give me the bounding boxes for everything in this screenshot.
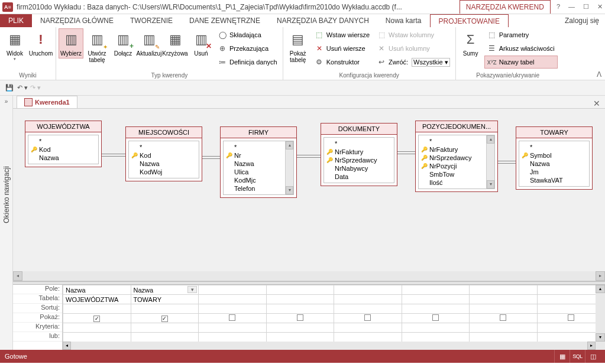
table-pozycje[interactable]: POZYCJEDOKUMEN... * 🔑NrFaktury 🔑NrSprzed…	[415, 121, 498, 192]
qbe-cell[interactable]: Nazwa	[63, 285, 131, 295]
save-button[interactable]: 💾	[4, 82, 15, 94]
qbe-cell[interactable]: WOJEWÓDZTWA	[63, 295, 131, 304]
qbe-cell[interactable]: TOWARY	[131, 295, 199, 304]
login-link[interactable]: Zaloguj się	[565, 14, 605, 27]
maketable-icon: ▥✦	[88, 30, 106, 49]
passthrough-button[interactable]: ⊕Przekazująca	[215, 42, 280, 55]
tab-close-button[interactable]: ✕	[588, 99, 605, 108]
show-checkbox[interactable]	[500, 314, 506, 321]
qbe-grid: Pole: Tabela: Sortuj: Pokaż: Kryteria: l…	[13, 285, 605, 350]
redo-button: ↷ ▾	[30, 82, 41, 94]
group-setup-label: Konfiguracja kwerendy	[286, 71, 453, 80]
nav-expand-icon[interactable]: »	[2, 96, 11, 107]
document-tabs: Kwerenda1 ✕	[13, 96, 605, 109]
propsheet-button[interactable]: ☰Arkusz właściwości	[484, 42, 558, 55]
delete-icon: ▥✕	[192, 30, 211, 49]
update-button[interactable]: ▥✎ Aktualizuj	[137, 28, 161, 58]
nav-pane-collapsed[interactable]: » Okienko nawigacji	[0, 96, 13, 350]
key-icon: 🔑	[326, 157, 332, 163]
builder-button[interactable]: ⚙Konstruktor	[312, 56, 373, 69]
ribbon-tabs: PLIK NARZĘDZIA GŁÓWNE TWORZENIE DANE ZEW…	[0, 14, 605, 27]
group-showhide-label: Pokazywanie/ukrywanie	[458, 71, 558, 80]
tab-home[interactable]: NARZĘDZIA GŁÓWNE	[32, 14, 122, 27]
table-dokumenty[interactable]: DOKUMENTY * 🔑NrFaktury 🔑NrSprzedawcy NrN…	[321, 123, 397, 186]
maximize-icon[interactable]: ☐	[583, 3, 589, 11]
show-checkbox[interactable]	[297, 314, 303, 321]
scrollbar[interactable]: ▴▾	[486, 135, 494, 188]
table-title: TOWARY	[516, 127, 592, 138]
show-checkbox[interactable]	[568, 314, 574, 321]
return-icon: ↩	[377, 57, 386, 67]
totals-button[interactable]: Σ Sumy	[458, 28, 483, 58]
append-button[interactable]: ▥+ Dołącz	[111, 28, 135, 58]
crosstab-button[interactable]: ▦ Krzyżowa	[163, 28, 187, 58]
key-icon: 🔑	[421, 163, 427, 169]
deleterows-button[interactable]: ✕Usuń wiersze	[312, 42, 373, 55]
show-checkbox[interactable]	[432, 314, 439, 321]
showtable-button[interactable]: ▤ Pokaż tabelę	[286, 28, 310, 65]
minimize-icon[interactable]: —	[568, 3, 575, 11]
tab-external[interactable]: DANE ZEWNĘTRZNE	[181, 14, 268, 27]
sigma-icon: Σ	[461, 30, 480, 49]
key-icon: 🔑	[522, 152, 528, 158]
parameters-button[interactable]: ⬚Parametry	[484, 28, 558, 41]
tablenames-button[interactable]: xʸzNazwy tabel	[484, 56, 558, 69]
view-datasheet-button[interactable]: ▦	[554, 350, 570, 363]
group-results-label: Wyniki	[2, 71, 53, 80]
builder-icon: ⚙	[315, 57, 324, 67]
showtable-icon: ▤	[289, 30, 308, 49]
tab-create[interactable]: TWORZENIE	[122, 14, 181, 27]
help-icon[interactable]: ?	[557, 3, 560, 11]
table-title: WOJEWÓDZTWA	[25, 121, 101, 132]
key-icon: 🔑	[31, 147, 37, 152]
tab-design[interactable]: PROJEKTOWANIE	[430, 14, 509, 27]
ribbon: ▦ Widok ▾ ! Uruchom Wyniki ▥ Wybierz ▥✦ …	[0, 27, 605, 80]
select-query-button[interactable]: ▥ Wybierz	[59, 28, 83, 58]
show-checkbox[interactable]	[364, 314, 371, 321]
select-query-icon: ▥	[62, 30, 80, 49]
table-title: MIEJSCOWOŚCI	[126, 127, 202, 138]
title-bar: A≡ firm2010do Wykładu : Baza danych- C:\…	[0, 0, 605, 14]
view-sql-button[interactable]: SQL	[570, 350, 585, 363]
nav-pane-label: Okienko nawigacji	[2, 166, 11, 223]
close-icon[interactable]: ✕	[597, 3, 603, 11]
qbe-table[interactable]: Nazwa Nazwa WOJEWÓDZTWA TOWARY ✓ ✓	[63, 285, 605, 342]
tab-new[interactable]: Nowa karta	[377, 14, 430, 27]
qbe-cell-selected[interactable]: Nazwa	[131, 285, 199, 295]
insertcols-button: ⬚Wstaw kolumny	[374, 28, 453, 41]
run-icon: !	[31, 30, 50, 49]
table-wojewodztwa[interactable]: WOJEWÓDZTWA * 🔑Kod Nazwa	[25, 121, 102, 167]
query-design-canvas[interactable]: WOJEWÓDZTWA * 🔑Kod Nazwa MIEJSCOWOŚCI * …	[13, 109, 605, 281]
crosstab-icon: ▦	[166, 30, 185, 49]
scrollbar[interactable]: ▴▾	[285, 141, 293, 194]
undo-button[interactable]: ↶ ▾	[17, 82, 28, 94]
maketable-button[interactable]: ▥✦ Utwórz tabelę	[85, 28, 109, 65]
status-text: Gotowe	[5, 353, 27, 360]
tab-dbtools[interactable]: NARZĘDZIA BAZY DANYCH	[268, 14, 377, 27]
query-tab[interactable]: Kwerenda1	[17, 96, 77, 108]
qbe-hscrollbar[interactable]: ◂▸	[63, 342, 596, 350]
key-icon: 🔑	[226, 152, 232, 158]
run-button[interactable]: ! Uruchom	[28, 28, 53, 58]
insertrows-button[interactable]: ⬚Wstaw wiersze	[312, 28, 373, 41]
delete-button[interactable]: ▥✕ Usuń	[189, 28, 213, 58]
table-miejscowosci[interactable]: MIEJSCOWOŚCI * 🔑Kod Nazwa KodWoj	[125, 126, 202, 181]
passthrough-icon: ⊕	[218, 44, 227, 53]
table-firmy[interactable]: FIRMY * 🔑Nr Nazwa Ulica KodMjc Telefon ▴…	[220, 126, 297, 198]
view-button[interactable]: ▦ Widok ▾	[2, 28, 27, 63]
ribbon-collapse-button[interactable]: ᐱ	[597, 70, 601, 79]
tab-file[interactable]: PLIK	[0, 14, 32, 27]
datadef-button[interactable]: ≔Definicja danych	[215, 56, 280, 69]
show-checkbox[interactable]: ✓	[93, 316, 100, 322]
propsheet-icon: ☰	[487, 44, 497, 53]
show-checkbox[interactable]: ✓	[161, 316, 168, 322]
table-towary[interactable]: TOWARY * 🔑Symbol Nazwa Jm StawkaVAT	[516, 126, 593, 190]
show-checkbox[interactable]	[229, 314, 235, 321]
qbe-vscrollbar[interactable]: ▴▾	[596, 285, 605, 350]
canvas-hscrollbar[interactable]: ◂▸	[13, 271, 605, 281]
union-button[interactable]: ◯Składająca	[215, 28, 280, 41]
deletecols-button: ✕Usuń kolumny	[374, 42, 453, 55]
view-design-button[interactable]: ◫	[585, 350, 600, 363]
tablenames-icon: xʸz	[487, 57, 497, 67]
return-control[interactable]: ↩Zwróć: Wszystkie ▾	[374, 56, 453, 69]
